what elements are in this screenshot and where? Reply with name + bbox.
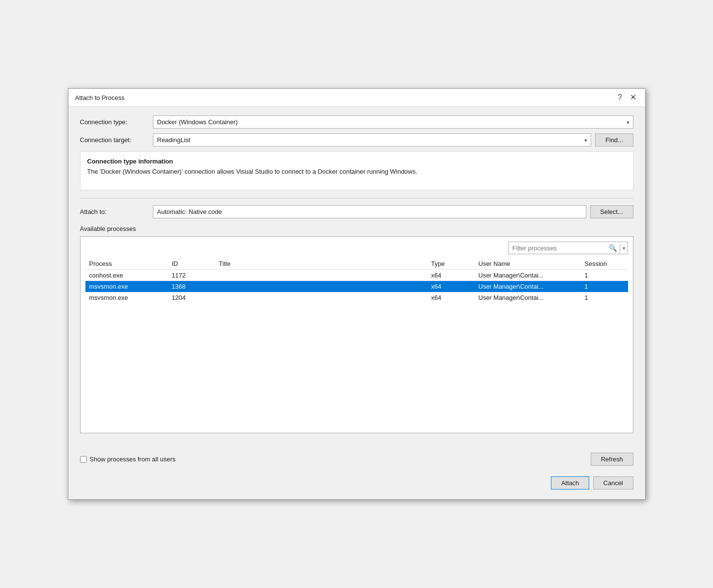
cell-title [215, 292, 427, 303]
col-header-process: Process [85, 258, 168, 270]
attach-to-process-dialog: Attach to Process ? ✕ Connection type: D… [68, 88, 646, 500]
attach-to-input[interactable] [153, 205, 586, 218]
cell-id: 1368 [168, 281, 215, 292]
process-table-header-row: Process ID Title Type User Name Session [85, 258, 628, 270]
col-header-type: Type [427, 258, 474, 270]
refresh-button[interactable]: Refresh [591, 453, 633, 466]
connection-type-control: Docker (Windows Container) ▾ [153, 115, 633, 129]
process-table-header: Process ID Title Type User Name Session [85, 258, 628, 270]
process-table-body: conhost.exe 1172 x64 User Manager\Contai… [85, 270, 628, 304]
help-button[interactable]: ? [616, 94, 624, 101]
connection-target-row: Connection target: ReadingList ▾ Find... [80, 133, 633, 147]
col-header-id: ID [168, 258, 215, 270]
process-table: Process ID Title Type User Name Session … [85, 258, 628, 303]
close-button[interactable]: ✕ [628, 94, 638, 101]
filter-wrapper: 🔍 ▾ [508, 242, 628, 254]
table-row[interactable]: conhost.exe 1172 x64 User Manager\Contai… [85, 270, 628, 281]
process-table-area: Process ID Title Type User Name Session … [85, 258, 628, 428]
cancel-button[interactable]: Cancel [593, 476, 633, 490]
dialog-title: Attach to Process [75, 94, 125, 101]
cell-id: 1204 [168, 292, 215, 303]
cell-type: x64 [427, 281, 474, 292]
connection-target-control: ReadingList ▾ Find... [153, 133, 633, 147]
col-header-session: Session [580, 258, 628, 270]
attach-to-label: Attach to: [80, 208, 153, 215]
cell-username: User Manager\Contai... [475, 281, 581, 292]
cell-session: 1 [580, 270, 628, 281]
filter-search-icon-btn[interactable]: 🔍 [606, 242, 620, 254]
cell-process: msvsmon.exe [85, 292, 168, 303]
cell-username: User Manager\Contai... [475, 270, 581, 281]
connection-target-select[interactable]: ReadingList [153, 133, 592, 147]
filter-input[interactable] [509, 243, 606, 254]
cell-type: x64 [427, 270, 474, 281]
show-all-users-text: Show processes from all users [90, 456, 176, 463]
available-processes-label: Available processes [80, 225, 633, 232]
section-divider [80, 198, 633, 198]
col-header-username: User Name [475, 258, 581, 270]
info-box-title: Connection type information [87, 158, 626, 165]
filter-row: 🔍 ▾ [85, 242, 628, 254]
bottom-bar: Show processes from all users Refresh [68, 447, 645, 472]
cell-id: 1172 [168, 270, 215, 281]
cell-type: x64 [427, 292, 474, 303]
show-all-users-label[interactable]: Show processes from all users [80, 456, 176, 463]
col-header-title: Title [215, 258, 427, 270]
connection-type-dropdown-wrapper: Docker (Windows Container) ▾ [153, 115, 633, 129]
connection-target-dropdown-wrapper: ReadingList ▾ [153, 133, 592, 147]
connection-type-row: Connection type: Docker (Windows Contain… [80, 115, 633, 129]
dialog-footer: Attach Cancel [68, 472, 645, 499]
cell-username: User Manager\Contai... [475, 292, 581, 303]
table-row[interactable]: msvsmon.exe 1368 x64 User Manager\Contai… [85, 281, 628, 292]
cell-title [215, 270, 427, 281]
processes-container: 🔍 ▾ Process ID Title Type User Name Sess… [80, 236, 633, 433]
dialog-body: Connection type: Docker (Windows Contain… [68, 107, 645, 442]
find-button[interactable]: Find... [595, 133, 633, 147]
title-bar: Attach to Process ? ✕ [68, 89, 645, 107]
info-box-text: The 'Docker (Windows Container)' connect… [87, 168, 626, 175]
connection-type-label: Connection type: [80, 118, 153, 126]
show-all-users-checkbox[interactable] [80, 456, 87, 463]
connection-target-label: Connection target: [80, 136, 153, 144]
attach-to-row: Attach to: Select... [80, 205, 633, 218]
table-row[interactable]: msvsmon.exe 1204 x64 User Manager\Contai… [85, 292, 628, 303]
attach-button[interactable]: Attach [551, 476, 589, 490]
title-bar-controls: ? ✕ [616, 94, 638, 101]
cell-session: 1 [580, 292, 628, 303]
connection-type-select[interactable]: Docker (Windows Container) [153, 115, 633, 129]
cell-title [215, 281, 427, 292]
cell-session: 1 [580, 281, 628, 292]
select-button[interactable]: Select... [590, 205, 633, 218]
cell-process: conhost.exe [85, 270, 168, 281]
info-box: Connection type information The 'Docker … [80, 151, 633, 190]
filter-dropdown-chevron-icon[interactable]: ▾ [620, 244, 628, 253]
cell-process: msvsmon.exe [85, 281, 168, 292]
